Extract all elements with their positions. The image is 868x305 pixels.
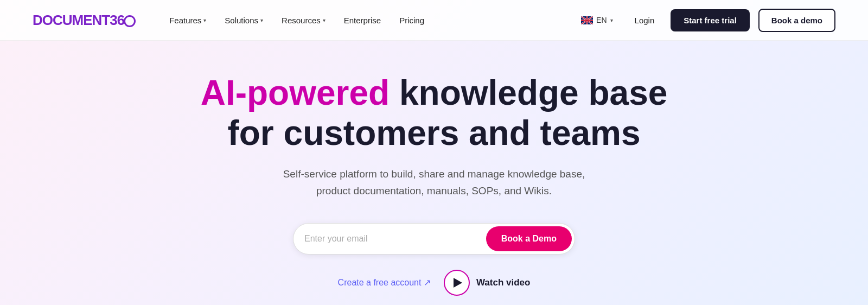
nav-item-pricing[interactable]: Pricing xyxy=(392,11,432,29)
language-selector[interactable]: EN ▾ xyxy=(576,12,618,28)
hero-title: AI-powered knowledge base for customers … xyxy=(190,73,678,153)
nav-links: Features ▾ Solutions ▾ Resources ▾ Enter… xyxy=(162,11,576,29)
book-demo-nav-button[interactable]: Book a demo xyxy=(758,9,835,32)
logo[interactable]: DOCUMENT36 xyxy=(33,12,136,29)
cta-row: Create a free account ↗ Watch video xyxy=(338,270,531,296)
nav-item-resources[interactable]: Resources ▾ xyxy=(274,11,333,29)
svg-rect-8 xyxy=(586,16,588,24)
create-account-link[interactable]: Create a free account ↗ xyxy=(338,277,431,288)
hero-section: AI-powered knowledge base for customers … xyxy=(0,41,868,305)
flag-icon xyxy=(581,16,593,24)
chevron-down-icon: ▾ xyxy=(610,17,613,23)
nav-item-solutions[interactable]: Solutions ▾ xyxy=(217,11,271,29)
nav-item-enterprise[interactable]: Enterprise xyxy=(336,11,388,29)
play-triangle-icon xyxy=(454,278,462,288)
chevron-down-icon: ▾ xyxy=(323,17,326,23)
book-demo-button[interactable]: Book a Demo xyxy=(486,226,572,251)
email-form: Book a Demo xyxy=(293,223,575,255)
logo-icon xyxy=(124,15,136,27)
login-button[interactable]: Login xyxy=(627,11,662,29)
watch-video-button[interactable]: Watch video xyxy=(444,270,531,296)
chevron-down-icon: ▾ xyxy=(260,17,263,23)
chevron-down-icon: ▾ xyxy=(203,17,206,23)
start-trial-button[interactable]: Start free trial xyxy=(671,9,750,31)
navbar: DOCUMENT36 Features ▾ Solutions ▾ Resour… xyxy=(0,0,868,41)
watch-video-label: Watch video xyxy=(476,277,531,288)
email-input[interactable] xyxy=(304,230,486,248)
play-circle-icon xyxy=(444,270,470,296)
nav-item-features[interactable]: Features ▾ xyxy=(162,11,214,29)
nav-right: EN ▾ Login Start free trial Book a demo xyxy=(576,9,835,32)
hero-title-highlight: AI-powered xyxy=(201,73,390,112)
logo-text: DOCUMENT36 xyxy=(33,12,124,29)
hero-subtitle: Self-service platform to build, share an… xyxy=(266,166,602,199)
